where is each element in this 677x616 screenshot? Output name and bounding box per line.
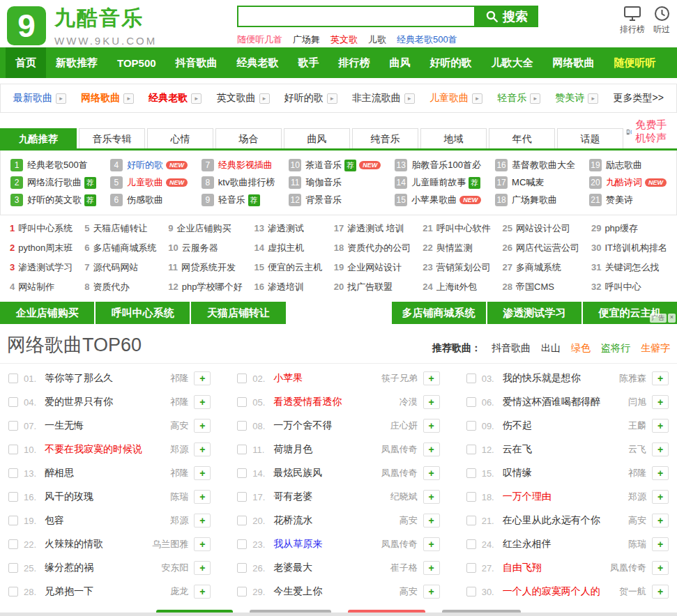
play-arrow-icon[interactable] <box>259 93 270 104</box>
quick-link[interactable]: 经典老歌500首 <box>397 33 457 46</box>
add-to-playlist-button[interactable] <box>423 514 440 528</box>
song-artist-link[interactable]: 贺一航 <box>619 585 646 598</box>
song-artist-link[interactable]: 陈雅森 <box>619 372 646 385</box>
text-link[interactable]: 28帝国CMS <box>503 281 579 293</box>
ad-close-icon[interactable]: × <box>668 314 676 323</box>
main-nav-item[interactable]: 首页 <box>6 47 46 78</box>
category-link[interactable]: 英文歌曲 <box>217 92 270 105</box>
song-checkbox[interactable] <box>466 397 476 407</box>
play-arrow-icon[interactable] <box>472 93 482 104</box>
song-checkbox[interactable] <box>237 492 247 502</box>
song-checkbox[interactable] <box>237 468 247 478</box>
text-link[interactable]: 30IT培训机构排名 <box>591 242 667 254</box>
tab[interactable]: 话题 <box>557 128 623 148</box>
text-link[interactable]: 1呼叫中心系统 <box>10 222 73 235</box>
song-artist-link[interactable]: 凤凰传奇 <box>610 562 646 574</box>
song-title-link[interactable]: 一万个理由 <box>503 491 623 503</box>
song-title-link[interactable]: 醉相思 <box>45 467 165 479</box>
add-to-playlist-button[interactable] <box>194 537 211 551</box>
song-title-link[interactable]: 等你等了那么久 <box>45 372 165 385</box>
recommend-item[interactable]: 17 MC喊麦 <box>495 176 575 189</box>
song-checkbox[interactable] <box>8 563 18 573</box>
play-arrow-icon[interactable] <box>404 93 415 104</box>
main-nav-item[interactable]: 排行榜 <box>329 47 380 78</box>
add-to-playlist-button[interactable] <box>194 395 211 409</box>
recommend-item[interactable]: 19 励志歌曲 <box>589 159 667 171</box>
recommend-item[interactable]: 15 小苹果歌曲 NEW <box>395 194 481 206</box>
banner-segment[interactable]: 呼叫中心系统 <box>96 302 191 324</box>
song-checkbox[interactable] <box>237 445 247 454</box>
text-link[interactable]: 4网站制作 <box>10 281 73 293</box>
song-artist-link[interactable]: 云飞 <box>628 443 646 456</box>
text-link[interactable]: 9企业店铺购买 <box>168 222 242 235</box>
ringtone-link[interactable]: 免费手机铃声 <box>625 118 677 148</box>
song-checkbox[interactable] <box>237 516 247 525</box>
song-title-link[interactable]: 一生无悔 <box>45 419 165 432</box>
add-to-playlist-button[interactable] <box>194 490 211 504</box>
text-link[interactable]: 32呼叫中心 <box>591 281 667 293</box>
text-link[interactable]: 29php缓存 <box>591 222 667 235</box>
song-artist-link[interactable]: 庄心妍 <box>390 419 418 432</box>
text-link[interactable]: 31关键词怎么找 <box>591 261 667 274</box>
text-link[interactable]: 10云服务器 <box>168 242 242 254</box>
quick-link[interactable]: 随便听几首 <box>237 33 282 46</box>
tab[interactable]: 曲风 <box>284 128 350 148</box>
song-checkbox[interactable] <box>8 587 18 596</box>
category-link[interactable]: 经典老歌 <box>149 92 201 105</box>
category-link[interactable]: 更多类型>> <box>614 92 664 105</box>
song-checkbox[interactable] <box>466 492 476 502</box>
tab[interactable]: 九酷推荐 <box>0 128 77 148</box>
add-to-playlist-button[interactable] <box>652 395 669 409</box>
song-title-link[interactable]: 叹情缘 <box>503 467 623 479</box>
add-to-playlist-button[interactable] <box>652 442 669 456</box>
add-to-playlist-button[interactable] <box>652 585 669 599</box>
text-link[interactable]: 27多商城系统 <box>503 261 579 274</box>
recommend-item[interactable]: 13 胎教音乐100首必 <box>395 159 481 171</box>
song-checkbox[interactable] <box>466 539 476 549</box>
text-link[interactable]: 14虚拟主机 <box>254 242 321 254</box>
play-arrow-icon[interactable] <box>123 93 134 104</box>
song-checkbox[interactable] <box>237 587 247 596</box>
recommend-item[interactable]: 9 轻音乐 荐 <box>201 194 275 206</box>
song-title-link[interactable]: 我的快乐就是想你 <box>503 372 614 385</box>
song-checkbox[interactable] <box>466 563 476 573</box>
recommend-item[interactable]: 8 ktv歌曲排行榜 <box>201 176 275 189</box>
song-title-link[interactable]: 爱情这杯酒谁喝都得醉 <box>503 396 623 408</box>
add-to-playlist-button[interactable] <box>423 395 440 409</box>
add-to-playlist-button[interactable] <box>423 537 440 551</box>
song-artist-link[interactable]: 凤凰传奇 <box>381 538 418 550</box>
song-title-link[interactable]: 风干的玫瑰 <box>45 491 165 503</box>
song-artist-link[interactable]: 崔子格 <box>390 562 418 574</box>
song-title-link[interactable]: 火辣辣的情歌 <box>45 538 146 550</box>
banner-segment[interactable]: 渗透测试学习 <box>487 302 583 324</box>
song-artist-link[interactable]: 安东阳 <box>161 562 188 574</box>
text-link[interactable]: 16渗透培训 <box>254 281 321 293</box>
banner-segment[interactable] <box>287 302 392 324</box>
banner-segment[interactable]: 企业店铺购买 <box>0 302 96 324</box>
tab[interactable]: 纯音乐 <box>352 128 418 148</box>
song-checkbox[interactable] <box>237 539 247 549</box>
song-checkbox[interactable] <box>466 468 476 478</box>
text-link[interactable]: 21呼叫中心软件 <box>423 222 490 235</box>
text-link[interactable]: 26网店代运营公司 <box>503 242 579 254</box>
tab[interactable]: 音乐专辑 <box>79 128 145 148</box>
ranking-shortcut[interactable]: 排行榜 <box>620 6 645 36</box>
add-to-playlist-button[interactable] <box>194 466 211 480</box>
song-title-link[interactable]: 爱的世界只有你 <box>45 396 165 408</box>
recommended-song-link[interactable]: 抖音歌曲 <box>492 342 531 355</box>
text-link[interactable]: 11网贷系统开发 <box>168 261 242 274</box>
song-checkbox[interactable] <box>237 421 247 431</box>
text-link[interactable]: 17渗透测试 培训 <box>334 222 411 235</box>
song-title-link[interactable]: 自由飞翔 <box>503 562 604 574</box>
song-artist-link[interactable]: 乌兰图雅 <box>152 538 188 550</box>
add-to-playlist-button[interactable] <box>652 561 669 575</box>
search-button[interactable]: 搜索 <box>476 6 538 27</box>
main-nav-item[interactable]: TOP500 <box>107 47 166 78</box>
song-artist-link[interactable]: 郑源 <box>170 443 188 456</box>
song-artist-link[interactable]: 高安 <box>400 585 418 598</box>
song-artist-link[interactable]: 陈瑞 <box>628 538 646 550</box>
text-link[interactable]: 18资质代办的公司 <box>334 242 411 254</box>
play-arrow-icon[interactable] <box>588 93 598 104</box>
category-link[interactable]: 非主流歌曲 <box>352 92 415 105</box>
recommend-item[interactable]: 11 瑜伽音乐 <box>289 176 381 189</box>
